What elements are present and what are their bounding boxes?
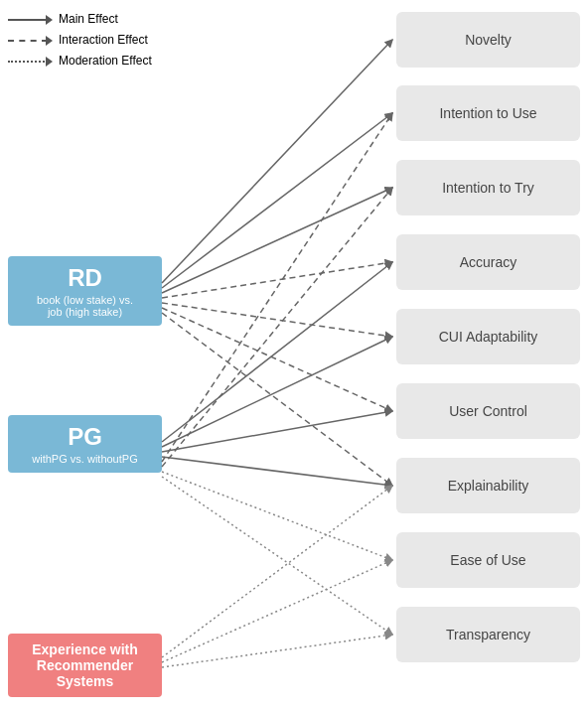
legend-dotted-line [8,61,48,63]
svg-line-0 [162,40,392,283]
legend-main-effect: Main Effect [8,10,152,29]
right-box-ease-of-use: Ease of Use [396,532,580,588]
box-pg-subtitle: withPG vs. withoutPG [14,453,156,465]
right-box-intention-to-try: Intention to Try [396,160,580,215]
svg-line-9 [162,411,392,452]
svg-line-7 [162,262,392,442]
svg-line-3 [162,262,392,298]
legend-main-label: Main Effect [59,10,118,29]
svg-line-11 [162,113,392,462]
legend-interaction-label: Interaction Effect [59,31,148,50]
right-box-explainability: Explainability [396,458,580,513]
right-box-transparency: Transparency [396,607,580,662]
legend-moderation-label: Moderation Effect [59,52,152,71]
right-box-novelty: Novelty [396,12,580,68]
box-pg-title: PG [14,423,156,451]
right-box-cui-adaptability: CUI Adaptability [396,309,580,364]
svg-line-14 [162,560,392,662]
box-pg: PG withPG vs. withoutPG [8,415,162,473]
right-box-user-control: User Control [396,383,580,439]
legend-interaction-effect: Interaction Effect [8,31,152,50]
svg-line-2 [162,188,392,293]
svg-line-6 [162,313,392,486]
svg-line-5 [162,308,392,411]
box-rd-subtitle: book (low stake) vs.job (high stake) [14,294,156,318]
legend-dashed-line [8,40,48,42]
box-exp: Experience withRecommender Systems [8,634,162,697]
svg-line-15 [162,635,392,667]
legend: Main Effect Interaction Effect Moderatio… [8,10,152,73]
svg-line-12 [162,188,392,467]
svg-line-4 [162,303,392,337]
right-box-accuracy: Accuracy [396,234,580,290]
svg-line-17 [162,477,392,635]
legend-moderation-effect: Moderation Effect [8,52,152,71]
legend-solid-line [8,19,48,21]
svg-line-1 [162,113,392,288]
svg-line-13 [162,486,392,657]
diagram-container: Main Effect Interaction Effect Moderatio… [0,0,588,711]
svg-line-10 [162,457,392,486]
box-exp-title: Experience withRecommender Systems [14,641,156,689]
right-box-intention-to-use: Intention to Use [396,85,580,141]
svg-line-16 [162,472,392,560]
box-rd: RD book (low stake) vs.job (high stake) [8,256,162,326]
svg-line-8 [162,337,392,447]
box-rd-title: RD [14,264,156,292]
